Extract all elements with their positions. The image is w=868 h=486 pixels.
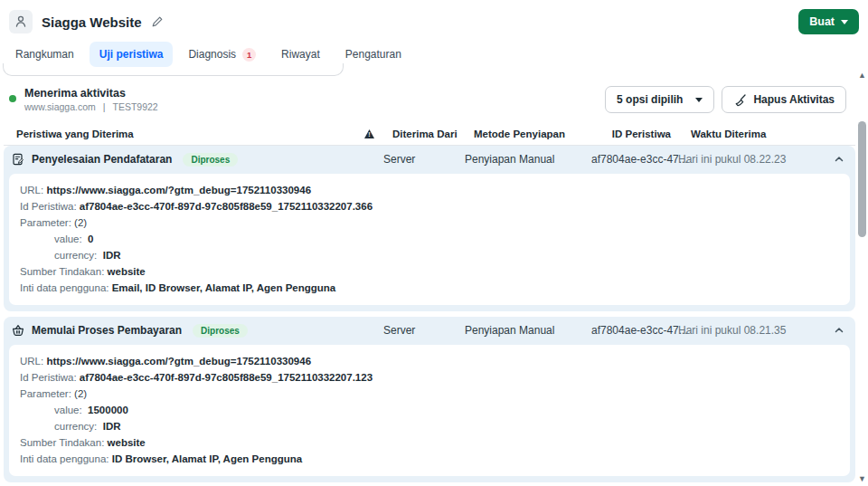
scrollbar-thumb[interactable] [858,121,866,237]
event-detail-panel: URL: https://www.siagga.com/?gtm_debug=1… [9,345,850,476]
tab-label: Diagnosis [188,48,236,61]
event-card: Memulai Proses Pembayaran Diproses Serve… [4,317,855,482]
person-icon [14,14,28,29]
previous-card-edge [3,63,344,76]
tab-label: Rangkuman [15,48,74,61]
detail-action-source: Sumber Tindakan: website [20,436,839,450]
setup-method-cell: Penyiapan Manual [461,324,588,337]
status-subtitle: www.siagga.com | TEST9922 [24,101,158,112]
tab-label: Pengaturan [345,48,401,61]
detail-parameter: Parameter: (2) [20,216,839,230]
separator: | [103,101,106,112]
detail-action-source: Sumber Tindakan: website [20,265,839,279]
column-header: ID Peristiwa [588,129,671,139]
received-from-cell: Server [380,324,461,337]
event-detail-panel: URL: https://www.siagga.com/?gtm_debug=1… [9,174,850,305]
event-card: Penyelesaian Pendafataran Diproses Serve… [4,146,855,311]
detail-url: URL: https://www.siagga.com/?gtm_debug=1… [20,355,839,368]
options-selected-dropdown[interactable]: 5 opsi dipilih [605,86,714,113]
detail-event-id: Id Peristiwa: af7804ae-e3cc-470f-897d-97… [20,200,839,214]
detail-currency: currency: IDR [20,249,839,262]
tab-pengaturan[interactable]: Pengaturan [335,42,411,67]
event-name: Memulai Proses Pembayaran [32,324,182,337]
status-title: Menerima aktivitas [24,87,158,100]
detail-event-id: Id Peristiwa: af7804ae-e3cc-470f-897d-97… [20,371,839,385]
edit-title-icon[interactable] [151,15,164,28]
warning-icon[interactable]: ! [364,129,374,138]
collapse-chevron[interactable] [823,154,855,165]
detail-value: value: 0 [20,233,839,246]
create-button-label: Buat [809,15,835,28]
create-button[interactable]: Buat [798,9,859,34]
diagnosis-count-badge: 1 [242,48,256,62]
event-row[interactable]: Penyelesaian Pendafataran Diproses Serve… [4,146,855,173]
vertical-scrollbar[interactable]: ▲ ▼ [856,67,868,486]
clear-activity-button[interactable]: Hapus Aktivitas [722,86,846,113]
detail-url: URL: https://www.siagga.com/?gtm_debug=1… [20,184,839,197]
tab-label: Uji peristiwa [99,48,164,61]
test-event-code: TEST9922 [113,101,158,112]
event-id-cell: af7804ae-e3cc-47... [588,324,671,337]
test-events-panel: Menerima aktivitas www.siagga.com | TEST… [0,67,868,486]
chevron-down-icon [841,20,848,24]
dataset-icon [9,10,33,33]
column-header: Diterima Dari [380,129,461,139]
processed-badge: Diproses [193,324,248,338]
received-time-cell: Hari ini pukul 08.21.35 [671,324,823,337]
basket-icon [12,324,24,337]
status-domain: www.siagga.com [24,101,96,112]
broom-icon [733,93,747,107]
column-header: Metode Penyiapan [461,129,588,139]
registration-form-icon [12,153,24,166]
clear-activity-label: Hapus Aktivitas [753,93,835,106]
event-name: Penyelesaian Pendafataran [32,153,172,166]
page-title: Siagga Website [42,14,142,30]
detail-value: value: 1500000 [20,404,839,417]
events-manager-app: Siagga Website Buat Rangkuman Uji perist… [0,0,868,486]
options-dropdown-label: 5 opsi dipilih [617,93,683,106]
scroll-up-arrow[interactable]: ▲ [856,71,868,80]
collapse-chevron[interactable] [823,325,855,336]
event-row[interactable]: Memulai Proses Pembayaran Diproses Serve… [4,317,855,344]
received-from-cell: Server [380,153,461,166]
scroll-down-arrow[interactable]: ▼ [856,474,868,483]
chevron-up-icon [834,154,844,165]
detail-user-data: Inti data pengguna: ID Browser, Alamat I… [20,453,839,466]
table-header-row: Peristiwa yang Diterima ! Diterima Dari … [4,123,855,146]
chevron-up-icon [834,325,844,336]
received-time-cell: Hari ini pukul 08.22.23 [671,153,823,166]
chevron-down-icon [695,98,703,102]
event-id-cell: af7804ae-e3cc-47... [588,153,671,166]
column-header: Peristiwa yang Diterima [16,129,134,139]
detail-parameter: Parameter: (2) [20,387,839,401]
page-header: Siagga Website Buat [0,0,868,34]
tab-label: Riwayat [281,48,320,61]
detail-currency: currency: IDR [20,420,839,434]
column-header: Waktu Diterima [671,129,823,139]
processed-badge: Diproses [183,153,238,167]
setup-method-cell: Penyiapan Manual [461,153,588,166]
activity-status-row: Menerima aktivitas www.siagga.com | TEST… [9,85,846,114]
active-status-dot [9,95,16,102]
detail-user-data: Inti data pengguna: Email, ID Browser, A… [20,281,839,295]
